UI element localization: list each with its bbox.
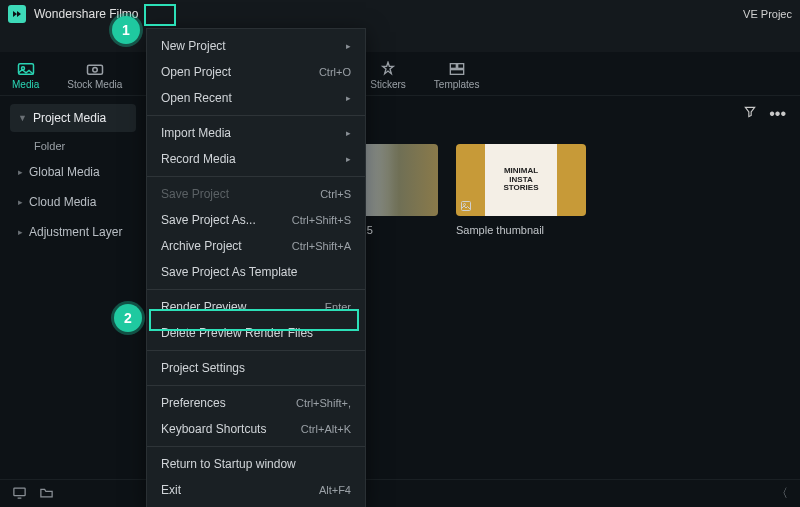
dd-delete-preview[interactable]: Delete Preview Render Files (147, 320, 365, 346)
chevron-right-icon: ▸ (18, 227, 23, 237)
file-dropdown: New Project▸ Open ProjectCtrl+O Open Rec… (146, 28, 366, 507)
chevron-down-icon: ▼ (18, 113, 27, 123)
tab-stock-media[interactable]: Stock Media (67, 61, 122, 90)
app-logo (8, 5, 26, 23)
filter-icon[interactable] (743, 105, 757, 123)
svg-point-10 (464, 204, 466, 206)
sidebar-adjustment-layer[interactable]: ▸Adjustment Layer (10, 218, 136, 246)
dd-exit[interactable]: ExitAlt+F4 (147, 477, 365, 503)
dd-record-media[interactable]: Record Media▸ (147, 146, 365, 172)
separator (147, 446, 365, 447)
dd-preferences[interactable]: PreferencesCtrl+Shift+, (147, 390, 365, 416)
separator (147, 115, 365, 116)
image-icon (459, 199, 473, 213)
callout-1: 1 (112, 16, 140, 44)
dd-save-as-template[interactable]: Save Project As Template (147, 259, 365, 285)
sticker-icon (379, 61, 397, 77)
chevron-right-icon: ▸ (346, 128, 351, 138)
templates-icon (448, 61, 466, 77)
monitor-icon[interactable] (12, 486, 27, 502)
dd-render-preview[interactable]: Render PreviewEnter (147, 294, 365, 320)
dd-project-settings[interactable]: Project Settings (147, 355, 365, 381)
separator (147, 289, 365, 290)
project-name: VE Projec (743, 8, 792, 20)
dd-keyboard-shortcuts[interactable]: Keyboard ShortcutsCtrl+Alt+K (147, 416, 365, 442)
toolbar-tabs: Media Stock Media Stickers Templates (0, 52, 800, 96)
dd-save-project-as[interactable]: Save Project As...Ctrl+Shift+S (147, 207, 365, 233)
sidebar-project-media[interactable]: ▼Project Media (10, 104, 136, 132)
sidebar-global-media[interactable]: ▸Global Media (10, 158, 136, 186)
dd-return-startup[interactable]: Return to Startup window (147, 451, 365, 477)
camera-icon (86, 61, 104, 77)
thumbnail-item[interactable]: MINIMAL INSTA STORIES Sample thumbnail (456, 144, 586, 236)
tab-media[interactable]: Media (12, 61, 39, 90)
chevron-right-icon: ▸ (346, 154, 351, 164)
svg-rect-9 (462, 202, 471, 211)
chevron-right-icon: ▸ (346, 93, 351, 103)
bottombar: 〈 (0, 479, 800, 507)
svg-rect-6 (450, 70, 463, 75)
dd-open-project[interactable]: Open ProjectCtrl+O (147, 59, 365, 85)
more-icon[interactable]: ••• (769, 105, 786, 123)
chevron-right-icon: ▸ (18, 197, 23, 207)
separator (147, 385, 365, 386)
media-icon (17, 61, 35, 77)
tab-stickers[interactable]: Stickers (370, 61, 406, 90)
dd-open-recent[interactable]: Open Recent▸ (147, 85, 365, 111)
separator (147, 176, 365, 177)
dd-import-media[interactable]: Import Media▸ (147, 120, 365, 146)
svg-point-3 (93, 68, 98, 73)
separator (147, 350, 365, 351)
tab-templates[interactable]: Templates (434, 61, 480, 90)
folder-icon[interactable] (39, 486, 54, 502)
dd-new-project[interactable]: New Project▸ (147, 33, 365, 59)
dd-archive-project[interactable]: Archive ProjectCtrl+Shift+A (147, 233, 365, 259)
chevron-right-icon: ▸ (18, 167, 23, 177)
dd-save-project: Save ProjectCtrl+S (147, 181, 365, 207)
sidebar-folder[interactable]: Folder (10, 134, 136, 158)
svg-rect-2 (87, 65, 102, 74)
svg-rect-4 (450, 64, 456, 69)
chevron-left-icon[interactable]: 〈 (776, 485, 788, 502)
sidebar: ▼Project Media Folder ▸Global Media ▸Clo… (0, 96, 146, 479)
svg-rect-11 (14, 488, 25, 496)
svg-rect-5 (457, 64, 463, 69)
sidebar-cloud-media[interactable]: ▸Cloud Media (10, 188, 136, 216)
chevron-right-icon: ▸ (346, 41, 351, 51)
callout-2: 2 (114, 304, 142, 332)
